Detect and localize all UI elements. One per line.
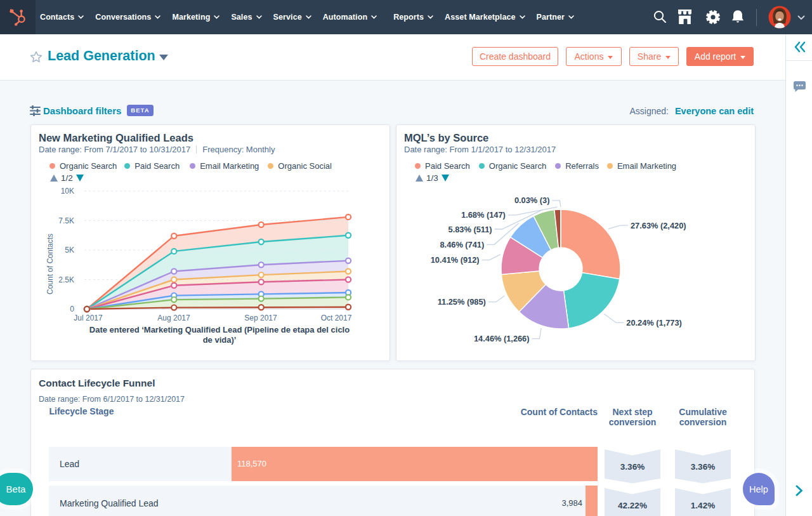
svg-text:27.63% (2,420): 27.63% (2,420)	[631, 221, 686, 230]
svg-text:Count of Contacts: Count of Contacts	[46, 234, 55, 294]
svg-text:10.41% (912): 10.41% (912)	[431, 255, 480, 265]
svg-text:10K: 10K	[61, 187, 74, 195]
svg-text:11.25% (985): 11.25% (985)	[438, 297, 486, 307]
svg-text:0.03% (3): 0.03% (3)	[514, 195, 549, 205]
svg-text:7.5K: 7.5K	[58, 216, 74, 225]
svg-text:14.46% (1,266): 14.46% (1,266)	[474, 334, 530, 343]
svg-text:20.24% (1,773): 20.24% (1,773)	[626, 318, 682, 327]
svg-text:8.46% (741): 8.46% (741)	[440, 240, 484, 249]
svg-text:Jul 2017: Jul 2017	[74, 314, 103, 322]
svg-text:Aug 2017: Aug 2017	[157, 314, 190, 322]
svg-text:5K: 5K	[65, 246, 74, 255]
svg-text:5.83% (511): 5.83% (511)	[449, 225, 492, 234]
svg-text:Oct 2017: Oct 2017	[321, 314, 352, 322]
svg-text:0: 0	[70, 305, 74, 314]
svg-text:de vida)’: de vida)’	[203, 335, 237, 345]
svg-text:Sep 2017: Sep 2017	[244, 314, 277, 322]
svg-text:Date entered ‘Marketing Qualif: Date entered ‘Marketing Qualified Lead (…	[89, 325, 350, 334]
svg-text:2.5K: 2.5K	[58, 275, 74, 284]
svg-text:1.68% (147): 1.68% (147)	[461, 210, 506, 220]
